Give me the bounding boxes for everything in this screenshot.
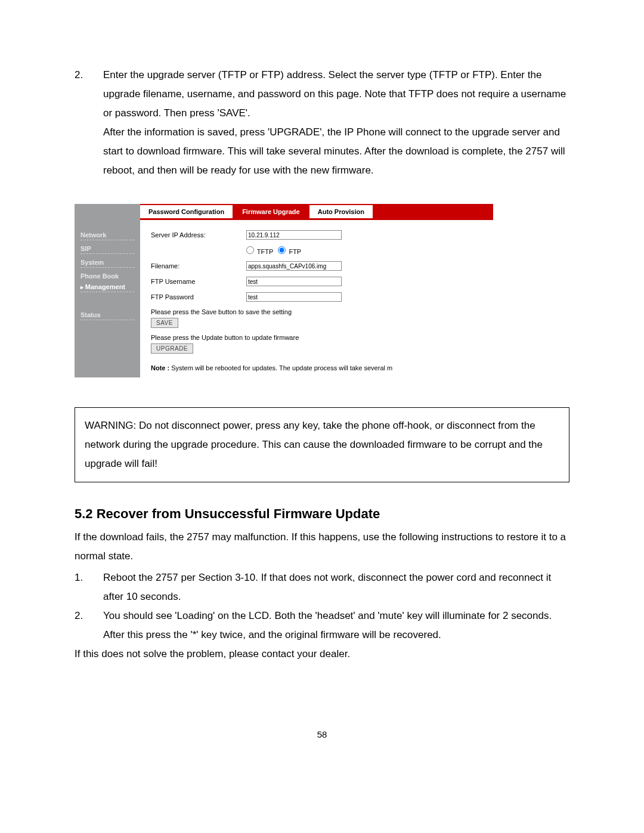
firmware-form: Server IP Address: TFTP FTP Filename: FT… bbox=[140, 220, 493, 371]
step-2-text: Enter the upgrade server (TFTP or FTP) a… bbox=[103, 66, 569, 180]
recover-step-2: 2. You should see 'Loading' on the LCD. … bbox=[75, 606, 569, 645]
sidebar-item-system[interactable]: System bbox=[80, 256, 134, 268]
upgrade-note: Please press the Update button to update… bbox=[151, 334, 493, 341]
recover-step-2-text: You should see 'Loading' on the LCD. Bot… bbox=[103, 606, 569, 645]
sidebar-item-management[interactable]: Management bbox=[80, 281, 134, 292]
sidebar-item-sip[interactable]: SIP bbox=[80, 243, 134, 254]
sidebar-item-phone-book[interactable]: Phone Book bbox=[80, 270, 134, 281]
tab-auto-provision[interactable]: Auto Provision bbox=[309, 204, 373, 218]
reboot-footnote: Note : System will be rebooted for updat… bbox=[151, 364, 493, 371]
page-number: 58 bbox=[75, 729, 569, 739]
section-intro: If the download fails, the 2757 may malf… bbox=[75, 528, 569, 566]
app-sidebar: Network SIP System Phone Book Management… bbox=[75, 204, 140, 377]
recover-step-2-num: 2. bbox=[75, 606, 103, 625]
footnote-label: Note : bbox=[151, 364, 169, 371]
firmware-upgrade-app: Network SIP System Phone Book Management… bbox=[75, 204, 493, 377]
recover-step-1-text: Reboot the 2757 per Section 3-10. If tha… bbox=[103, 568, 569, 606]
label-server-ip: Server IP Address: bbox=[151, 231, 246, 239]
input-ftp-password[interactable] bbox=[246, 292, 342, 302]
input-filename[interactable] bbox=[246, 261, 342, 271]
section-outro: If this does not solve the problem, plea… bbox=[75, 645, 569, 664]
radio-ftp-label: FTP bbox=[289, 248, 301, 255]
radio-tftp-label: TFTP bbox=[257, 248, 274, 255]
footnote-text: System will be rebooted for updates. The… bbox=[169, 364, 392, 371]
label-filename: Filename: bbox=[151, 262, 246, 270]
step-2-block: 2. Enter the upgrade server (TFTP or FTP… bbox=[75, 66, 569, 180]
label-ftp-password: FTP Password bbox=[151, 293, 246, 301]
warning-box: WARNING: Do not disconnect power, press … bbox=[75, 407, 569, 482]
sidebar-item-network[interactable]: Network bbox=[80, 229, 134, 240]
app-tabs: Password Configuration Firmware Upgrade … bbox=[140, 204, 493, 218]
label-ftp-username: FTP Username bbox=[151, 278, 246, 285]
recover-step-1: 1. Reboot the 2757 per Section 3-10. If … bbox=[75, 568, 569, 606]
radio-tftp[interactable]: TFTP bbox=[246, 246, 273, 255]
tab-firmware-upgrade[interactable]: Firmware Upgrade bbox=[234, 204, 308, 218]
radio-ftp[interactable]: FTP bbox=[278, 246, 301, 255]
tab-password-configuration[interactable]: Password Configuration bbox=[140, 204, 233, 218]
input-ftp-username[interactable] bbox=[246, 277, 342, 286]
save-button[interactable]: SAVE bbox=[151, 318, 178, 328]
save-note: Please press the Save button to save the… bbox=[151, 308, 493, 315]
upgrade-button[interactable]: UPGRADE bbox=[151, 343, 193, 354]
step-2-number: 2. bbox=[75, 66, 103, 85]
section-heading: 5.2 Recover from Unsuccessful Firmware U… bbox=[75, 506, 569, 522]
sidebar-item-status[interactable]: Status bbox=[80, 309, 134, 320]
recover-step-1-num: 1. bbox=[75, 568, 103, 587]
server-type-radio-group: TFTP FTP bbox=[246, 246, 301, 255]
app-main: Password Configuration Firmware Upgrade … bbox=[140, 204, 493, 377]
input-server-ip[interactable] bbox=[246, 230, 342, 240]
